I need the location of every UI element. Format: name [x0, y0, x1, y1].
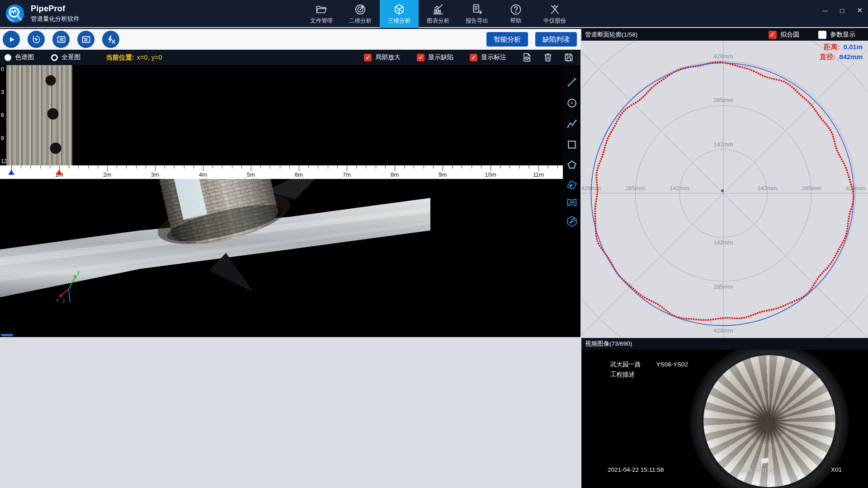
video-frame[interactable]: 武大园一路YS08-YS02 工程描述 2021-04-22 15:11:58 … — [581, 350, 868, 488]
ruler-tick — [491, 165, 491, 171]
radio-全景图[interactable]: 全景图 — [51, 53, 80, 61]
nav-item-label: 图表分析 — [427, 17, 449, 25]
ruler-tick — [509, 165, 510, 169]
delete-icon[interactable] — [542, 52, 553, 63]
checkbox-label: 显示缺陷 — [428, 53, 453, 61]
speed-button[interactable] — [102, 31, 119, 48]
svg-text:428mm: 428mm — [713, 53, 733, 60]
nav-item-图表分析[interactable]: 图表分析 — [419, 0, 458, 28]
ruler-label: 10m — [485, 171, 496, 178]
ruler-tick — [337, 165, 338, 169]
ruler-tick — [69, 165, 69, 169]
nav-item-文件管理[interactable]: 文件管理 — [302, 0, 341, 28]
radio-色谱图[interactable]: 色谱图 — [5, 53, 34, 61]
speed-icon — [106, 34, 116, 45]
depth-scale-label: 3 — [1, 89, 4, 95]
ruler-tick — [117, 165, 117, 169]
ruler-tick — [529, 165, 529, 169]
checkbox-label: 局部放大 — [375, 53, 401, 61]
ruler-tick — [443, 165, 443, 171]
frame-back-button[interactable] — [52, 31, 70, 48]
action-缺陷判读[interactable]: 缺陷判读 — [535, 32, 577, 47]
ruler-tick — [78, 165, 79, 169]
video-panel-title: 视频图像(73/690) — [585, 340, 632, 348]
action-智能分析[interactable]: 智能分析 — [486, 32, 528, 47]
radio-dot — [5, 54, 11, 61]
nav-item-中仪股份[interactable]: 中仪股份 — [535, 0, 574, 28]
reading-row: 直径:842mm — [820, 53, 863, 61]
play-button[interactable] — [3, 31, 20, 48]
maximize-button[interactable]: □ — [840, 7, 844, 14]
ruler-tick — [538, 165, 539, 171]
status-checkbox[interactable]: 显示缺陷 — [417, 53, 453, 61]
window-controls: ─ □ ✕ — [823, 0, 863, 21]
ruler-tick — [308, 165, 309, 169]
ruler-tick — [318, 165, 318, 169]
save-icon[interactable] — [563, 52, 574, 63]
circle-tool-icon[interactable] — [566, 97, 578, 109]
ruler-tick — [385, 165, 386, 169]
ruler-tick — [433, 165, 434, 169]
horizontal-scrollbar[interactable] — [1, 334, 13, 336]
rect-tool-icon[interactable] — [566, 138, 578, 151]
minimize-button[interactable]: ─ — [823, 7, 828, 14]
nav-item-报告导出[interactable]: 报告导出 — [458, 0, 496, 28]
line-tool-icon[interactable] — [566, 76, 578, 89]
action-buttons: 智能分析缺陷判读 — [486, 32, 580, 47]
ruler-tick — [50, 165, 50, 169]
polyline-tool-icon[interactable] — [566, 117, 578, 130]
svg-text:285mm: 285mm — [713, 283, 733, 290]
nav-item-二维分析[interactable]: 二维分析 — [341, 0, 380, 28]
profile-plot[interactable]: 142mm142mm142mm142mm285mm285mm285mm285mm… — [581, 41, 868, 337]
ruler-tick — [232, 165, 232, 169]
frame-forward-button[interactable] — [77, 31, 94, 48]
overlay-section: YS08-YS02 — [656, 361, 689, 368]
ruler-tick — [174, 165, 175, 169]
ruler-tick — [328, 165, 328, 169]
nav-item-帮助[interactable]: 帮助 — [496, 0, 535, 28]
cube-icon — [393, 3, 406, 16]
ruler-label: 5m — [247, 171, 255, 178]
checkbox-box — [364, 54, 372, 61]
svg-text:142mm: 142mm — [713, 141, 733, 148]
radio-label: 全景图 — [61, 53, 80, 61]
report-icon — [471, 3, 483, 16]
distance-ruler[interactable]: 1m2m3m4m5m6m7m8m9m10m11m — [0, 165, 563, 179]
nav-item-label: 帮助 — [510, 17, 522, 25]
ruler-tick — [481, 165, 481, 169]
current-position: 当前位置:x=0, y=0 — [106, 53, 162, 62]
nav-item-三维分析[interactable]: 三维分析 — [380, 0, 419, 28]
replay-button[interactable] — [28, 31, 45, 48]
ruler-tick — [347, 165, 347, 171]
ruler-tick — [270, 165, 270, 169]
status-checkbox[interactable]: 显示标注 — [470, 53, 506, 61]
overlay-road: 武大园一路 — [610, 361, 641, 368]
unwrap-image-icon[interactable] — [566, 196, 578, 209]
depth-scale-label: 9 — [1, 135, 4, 141]
video-panel: 视频图像(73/690) 武大园一路YS08-YS02 工程描述 2021-04… — [581, 338, 868, 488]
chromatogram-row: 036912 1m2m3m4m5m6m7m8m9m10m11m — [0, 65, 580, 179]
ruler-tick — [557, 165, 558, 169]
depth-scale-label: 6 — [1, 112, 4, 118]
close-button[interactable]: ✕ — [857, 6, 863, 14]
profile-checkbox[interactable]: 参数显示 — [818, 31, 855, 39]
start-marker[interactable] — [8, 169, 14, 175]
profile-checkbox[interactable]: 拟合圆 — [769, 31, 799, 39]
checkbox-box — [818, 31, 826, 39]
svg-text:285mm: 285mm — [626, 185, 645, 192]
ruler-tick — [193, 165, 194, 169]
position-label: 当前位置: — [106, 54, 134, 61]
polygon-tool-icon[interactable] — [566, 159, 578, 172]
chart-icon — [432, 3, 444, 16]
playback-toolbar: 智能分析缺陷判读 — [0, 29, 580, 50]
current-marker[interactable] — [56, 169, 62, 175]
playback-buttons — [3, 31, 119, 48]
settings-wrench-icon[interactable] — [566, 215, 578, 228]
texture-paint-icon[interactable] — [566, 177, 578, 190]
video-panel-header: 视频图像(73/690) — [581, 338, 868, 350]
status-checkbox[interactable]: 局部放大 — [364, 53, 401, 61]
chromatogram-view[interactable]: 036912 — [0, 65, 563, 165]
draw-tool-column — [563, 65, 580, 179]
checkbox-box — [769, 31, 777, 39]
export-image-icon[interactable] — [522, 52, 533, 63]
